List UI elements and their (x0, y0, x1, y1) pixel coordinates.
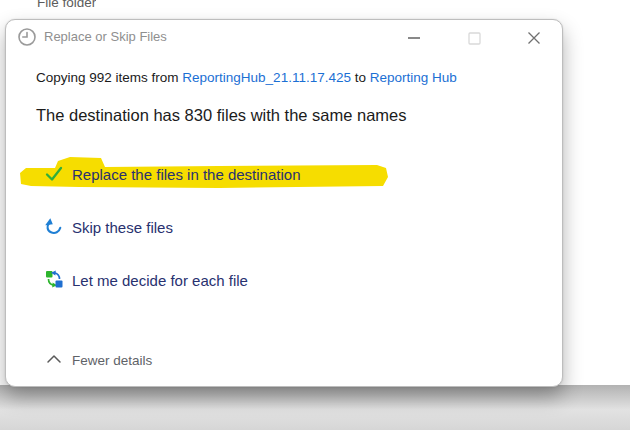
close-icon (527, 31, 541, 45)
copy-summary-prefix: Copying 992 items from (36, 70, 182, 85)
background-window-edge (0, 385, 630, 430)
destination-folder-name: Reporting Hub (370, 70, 457, 85)
chevron-up-icon (46, 351, 62, 369)
conflict-message: The destination has 830 files with the s… (36, 106, 407, 125)
check-icon (44, 164, 64, 184)
copy-summary: Copying 992 items from ReportingHub_21.1… (36, 70, 457, 85)
dialog-titlebar: Replace or Skip Files (6, 20, 562, 56)
decide-icon (44, 270, 64, 290)
option-decide-label: Let me decide for each file (72, 272, 248, 289)
option-skip-files[interactable]: Skip these files (44, 217, 173, 237)
clock-icon (16, 26, 38, 48)
copy-summary-middle: to (351, 70, 370, 85)
background-file-folder-text: File folder (37, 0, 96, 11)
maximize-icon (468, 32, 481, 45)
skip-icon (44, 217, 64, 237)
fewer-details-toggle[interactable]: Fewer details (46, 351, 152, 369)
replace-or-skip-files-dialog: Replace or Skip Files Copying 992 items … (5, 19, 563, 387)
fewer-details-label: Fewer details (72, 353, 152, 368)
option-replace-label: Replace the files in the destination (72, 166, 300, 183)
option-decide-each-file[interactable]: Let me decide for each file (44, 270, 248, 290)
maximize-button (457, 24, 491, 52)
option-skip-label: Skip these files (72, 219, 173, 236)
source-folder-name: ReportingHub_21.11.17.425 (182, 70, 351, 85)
minimize-button[interactable] (397, 24, 431, 52)
close-button[interactable] (517, 24, 551, 52)
option-replace-files[interactable]: Replace the files in the destination (44, 164, 300, 184)
minimize-icon (407, 31, 421, 45)
dialog-title: Replace or Skip Files (44, 29, 167, 44)
